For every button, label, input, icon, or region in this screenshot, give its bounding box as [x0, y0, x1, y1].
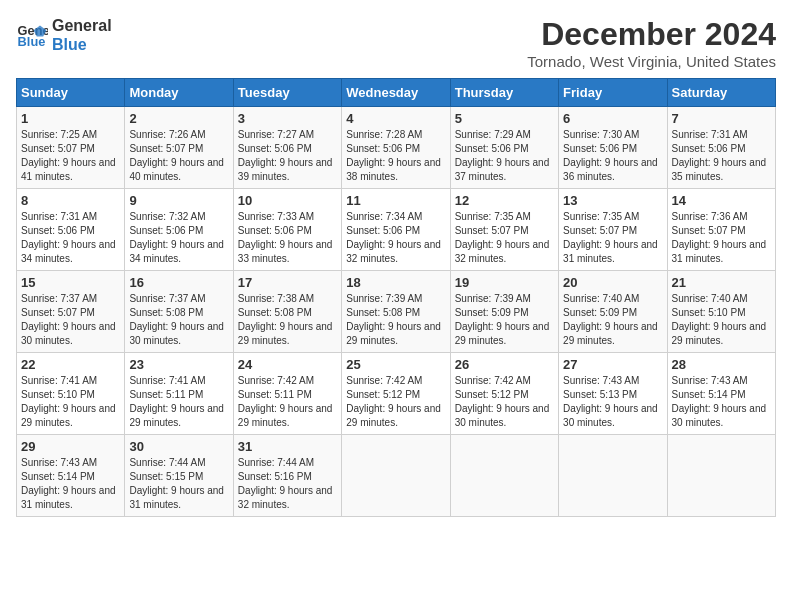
day-detail: Sunrise: 7:38 AMSunset: 5:08 PMDaylight:… — [238, 293, 333, 346]
day-detail: Sunrise: 7:41 AMSunset: 5:10 PMDaylight:… — [21, 375, 116, 428]
day-detail: Sunrise: 7:43 AMSunset: 5:14 PMDaylight:… — [672, 375, 767, 428]
day-detail: Sunrise: 7:41 AMSunset: 5:11 PMDaylight:… — [129, 375, 224, 428]
day-cell: 6 Sunrise: 7:30 AMSunset: 5:06 PMDayligh… — [559, 107, 667, 189]
day-cell: 18 Sunrise: 7:39 AMSunset: 5:08 PMDaylig… — [342, 271, 450, 353]
column-header-tuesday: Tuesday — [233, 79, 341, 107]
header-row: SundayMondayTuesdayWednesdayThursdayFrid… — [17, 79, 776, 107]
day-cell: 15 Sunrise: 7:37 AMSunset: 5:07 PMDaylig… — [17, 271, 125, 353]
day-detail: Sunrise: 7:44 AMSunset: 5:16 PMDaylight:… — [238, 457, 333, 510]
week-row-2: 8 Sunrise: 7:31 AMSunset: 5:06 PMDayligh… — [17, 189, 776, 271]
day-cell: 21 Sunrise: 7:40 AMSunset: 5:10 PMDaylig… — [667, 271, 775, 353]
day-cell: 8 Sunrise: 7:31 AMSunset: 5:06 PMDayligh… — [17, 189, 125, 271]
day-detail: Sunrise: 7:26 AMSunset: 5:07 PMDaylight:… — [129, 129, 224, 182]
day-cell: 31 Sunrise: 7:44 AMSunset: 5:16 PMDaylig… — [233, 435, 341, 517]
day-number: 6 — [563, 111, 662, 126]
day-cell — [342, 435, 450, 517]
column-header-sunday: Sunday — [17, 79, 125, 107]
day-cell: 17 Sunrise: 7:38 AMSunset: 5:08 PMDaylig… — [233, 271, 341, 353]
day-number: 22 — [21, 357, 120, 372]
day-cell — [559, 435, 667, 517]
day-number: 16 — [129, 275, 228, 290]
day-cell: 29 Sunrise: 7:43 AMSunset: 5:14 PMDaylig… — [17, 435, 125, 517]
day-detail: Sunrise: 7:27 AMSunset: 5:06 PMDaylight:… — [238, 129, 333, 182]
day-cell: 19 Sunrise: 7:39 AMSunset: 5:09 PMDaylig… — [450, 271, 558, 353]
day-detail: Sunrise: 7:42 AMSunset: 5:12 PMDaylight:… — [346, 375, 441, 428]
day-number: 8 — [21, 193, 120, 208]
main-title: December 2024 — [527, 16, 776, 53]
day-cell: 12 Sunrise: 7:35 AMSunset: 5:07 PMDaylig… — [450, 189, 558, 271]
day-number: 20 — [563, 275, 662, 290]
day-number: 4 — [346, 111, 445, 126]
day-detail: Sunrise: 7:28 AMSunset: 5:06 PMDaylight:… — [346, 129, 441, 182]
day-detail: Sunrise: 7:33 AMSunset: 5:06 PMDaylight:… — [238, 211, 333, 264]
day-number: 30 — [129, 439, 228, 454]
day-number: 24 — [238, 357, 337, 372]
day-number: 28 — [672, 357, 771, 372]
day-cell: 16 Sunrise: 7:37 AMSunset: 5:08 PMDaylig… — [125, 271, 233, 353]
column-header-friday: Friday — [559, 79, 667, 107]
logo-line2: Blue — [52, 35, 112, 54]
day-cell: 3 Sunrise: 7:27 AMSunset: 5:06 PMDayligh… — [233, 107, 341, 189]
week-row-5: 29 Sunrise: 7:43 AMSunset: 5:14 PMDaylig… — [17, 435, 776, 517]
day-cell: 10 Sunrise: 7:33 AMSunset: 5:06 PMDaylig… — [233, 189, 341, 271]
day-number: 13 — [563, 193, 662, 208]
day-detail: Sunrise: 7:43 AMSunset: 5:13 PMDaylight:… — [563, 375, 658, 428]
subtitle: Tornado, West Virginia, United States — [527, 53, 776, 70]
day-number: 19 — [455, 275, 554, 290]
day-number: 3 — [238, 111, 337, 126]
day-number: 17 — [238, 275, 337, 290]
day-detail: Sunrise: 7:42 AMSunset: 5:11 PMDaylight:… — [238, 375, 333, 428]
day-cell: 7 Sunrise: 7:31 AMSunset: 5:06 PMDayligh… — [667, 107, 775, 189]
day-cell: 11 Sunrise: 7:34 AMSunset: 5:06 PMDaylig… — [342, 189, 450, 271]
day-number: 10 — [238, 193, 337, 208]
day-detail: Sunrise: 7:32 AMSunset: 5:06 PMDaylight:… — [129, 211, 224, 264]
column-header-wednesday: Wednesday — [342, 79, 450, 107]
day-cell: 13 Sunrise: 7:35 AMSunset: 5:07 PMDaylig… — [559, 189, 667, 271]
day-number: 26 — [455, 357, 554, 372]
logo: General Blue General Blue — [16, 16, 112, 54]
day-number: 27 — [563, 357, 662, 372]
day-cell: 24 Sunrise: 7:42 AMSunset: 5:11 PMDaylig… — [233, 353, 341, 435]
day-cell: 26 Sunrise: 7:42 AMSunset: 5:12 PMDaylig… — [450, 353, 558, 435]
day-cell: 28 Sunrise: 7:43 AMSunset: 5:14 PMDaylig… — [667, 353, 775, 435]
day-number: 25 — [346, 357, 445, 372]
column-header-thursday: Thursday — [450, 79, 558, 107]
day-detail: Sunrise: 7:40 AMSunset: 5:09 PMDaylight:… — [563, 293, 658, 346]
day-cell: 4 Sunrise: 7:28 AMSunset: 5:06 PMDayligh… — [342, 107, 450, 189]
day-detail: Sunrise: 7:29 AMSunset: 5:06 PMDaylight:… — [455, 129, 550, 182]
day-cell: 1 Sunrise: 7:25 AMSunset: 5:07 PMDayligh… — [17, 107, 125, 189]
day-cell: 27 Sunrise: 7:43 AMSunset: 5:13 PMDaylig… — [559, 353, 667, 435]
day-detail: Sunrise: 7:36 AMSunset: 5:07 PMDaylight:… — [672, 211, 767, 264]
week-row-4: 22 Sunrise: 7:41 AMSunset: 5:10 PMDaylig… — [17, 353, 776, 435]
logo-line1: General — [52, 16, 112, 35]
day-cell: 14 Sunrise: 7:36 AMSunset: 5:07 PMDaylig… — [667, 189, 775, 271]
day-cell: 23 Sunrise: 7:41 AMSunset: 5:11 PMDaylig… — [125, 353, 233, 435]
day-cell: 30 Sunrise: 7:44 AMSunset: 5:15 PMDaylig… — [125, 435, 233, 517]
column-header-saturday: Saturday — [667, 79, 775, 107]
day-cell: 9 Sunrise: 7:32 AMSunset: 5:06 PMDayligh… — [125, 189, 233, 271]
week-row-1: 1 Sunrise: 7:25 AMSunset: 5:07 PMDayligh… — [17, 107, 776, 189]
day-number: 2 — [129, 111, 228, 126]
day-number: 7 — [672, 111, 771, 126]
day-cell: 25 Sunrise: 7:42 AMSunset: 5:12 PMDaylig… — [342, 353, 450, 435]
day-detail: Sunrise: 7:31 AMSunset: 5:06 PMDaylight:… — [21, 211, 116, 264]
day-number: 12 — [455, 193, 554, 208]
day-number: 31 — [238, 439, 337, 454]
day-detail: Sunrise: 7:40 AMSunset: 5:10 PMDaylight:… — [672, 293, 767, 346]
day-detail: Sunrise: 7:35 AMSunset: 5:07 PMDaylight:… — [455, 211, 550, 264]
week-row-3: 15 Sunrise: 7:37 AMSunset: 5:07 PMDaylig… — [17, 271, 776, 353]
day-number: 5 — [455, 111, 554, 126]
day-cell — [450, 435, 558, 517]
day-number: 18 — [346, 275, 445, 290]
header: General Blue General Blue December 2024 … — [16, 16, 776, 70]
day-number: 23 — [129, 357, 228, 372]
day-cell — [667, 435, 775, 517]
day-number: 1 — [21, 111, 120, 126]
day-detail: Sunrise: 7:31 AMSunset: 5:06 PMDaylight:… — [672, 129, 767, 182]
title-section: December 2024 Tornado, West Virginia, Un… — [527, 16, 776, 70]
day-number: 21 — [672, 275, 771, 290]
day-cell: 22 Sunrise: 7:41 AMSunset: 5:10 PMDaylig… — [17, 353, 125, 435]
day-detail: Sunrise: 7:42 AMSunset: 5:12 PMDaylight:… — [455, 375, 550, 428]
day-detail: Sunrise: 7:37 AMSunset: 5:08 PMDaylight:… — [129, 293, 224, 346]
day-number: 11 — [346, 193, 445, 208]
